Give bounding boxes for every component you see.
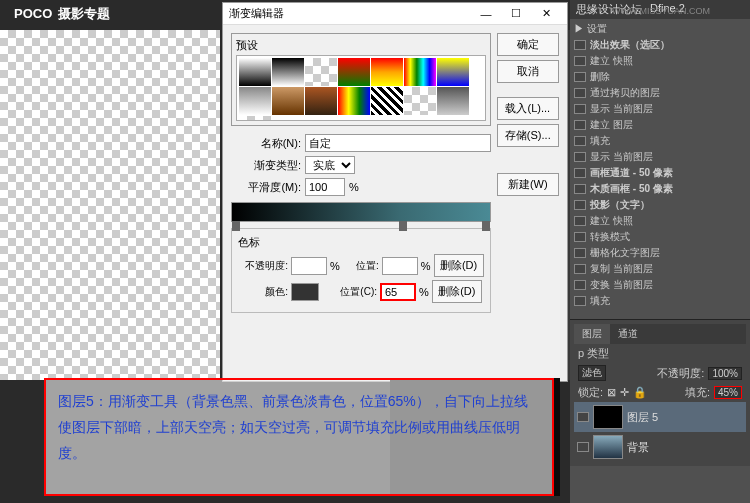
gradient-swatch[interactable] (239, 58, 271, 86)
history-item[interactable]: 填充 (572, 293, 748, 309)
history-item[interactable]: 变换 当前图层 (572, 277, 748, 293)
color-swatch[interactable] (291, 283, 319, 301)
watermark: WWW.MISSYUAN.COM (612, 6, 710, 16)
visibility-icon[interactable] (574, 280, 586, 290)
channels-tab[interactable]: 通道 (610, 324, 646, 344)
fill-value[interactable]: 45% (714, 386, 742, 399)
visibility-icon[interactable] (574, 248, 586, 258)
layer-thumb[interactable] (593, 435, 623, 459)
lock-icon[interactable]: 🔒 (633, 386, 647, 399)
history-item[interactable]: 通过拷贝的图层 (572, 85, 748, 101)
blend-mode-select[interactable]: 滤色 (578, 365, 606, 381)
color-stop[interactable] (482, 221, 490, 231)
gradient-swatch[interactable] (272, 58, 304, 86)
history-item[interactable]: 显示 当前图层 (572, 149, 748, 165)
gradient-swatch[interactable] (272, 87, 304, 115)
gradient-swatch[interactable] (239, 87, 271, 115)
preset-swatches[interactable] (236, 55, 486, 121)
smoothness-label: 平滑度(M): (231, 180, 301, 195)
gradient-swatch[interactable] (371, 58, 403, 86)
layers-tab[interactable]: 图层 (574, 324, 610, 344)
visibility-icon[interactable] (577, 442, 589, 452)
gradient-swatch[interactable] (338, 58, 370, 86)
visibility-icon[interactable] (574, 152, 586, 162)
visibility-icon[interactable] (574, 264, 586, 274)
visibility-icon[interactable] (574, 296, 586, 306)
logo: POCO摄影专题 (8, 2, 110, 23)
history-item[interactable]: 画框通道 - 50 像素 (572, 165, 748, 181)
lock-icon[interactable]: ⊠ (607, 386, 616, 399)
gradient-swatch[interactable] (239, 116, 271, 121)
history-item[interactable]: 删除 (572, 69, 748, 85)
new-button[interactable]: 新建(W) (497, 173, 559, 196)
layer-thumb[interactable] (593, 405, 623, 429)
gradient-swatch[interactable] (404, 58, 436, 86)
preset-label: 预设 (236, 38, 486, 53)
position-c-label: 位置(C): (333, 285, 377, 299)
history-item[interactable]: 复制 当前图层 (572, 261, 748, 277)
layer-row-active[interactable]: 图层 5 (574, 402, 746, 432)
type-select[interactable]: 实底 (305, 156, 355, 174)
visibility-icon[interactable] (574, 104, 586, 114)
layers-panel: 图层 通道 p 类型 滤色 不透明度: 100% 锁定: ⊠ ✛ 🔒 填充: 4… (570, 319, 750, 466)
visibility-icon[interactable] (574, 136, 586, 146)
type-label: 渐变类型: (231, 158, 301, 173)
name-input[interactable] (305, 134, 491, 152)
gradient-swatch[interactable] (371, 87, 403, 115)
history-item[interactable]: 投影（文字） (572, 197, 748, 213)
visibility-icon[interactable] (574, 168, 586, 178)
gradient-swatch[interactable] (305, 58, 337, 86)
lock-icon[interactable]: ✛ (620, 386, 629, 399)
maximize-button[interactable]: ☐ (501, 4, 531, 24)
visibility-icon[interactable] (574, 184, 586, 194)
delete-button[interactable]: 删除(D) (432, 280, 482, 303)
position-c-input[interactable] (380, 283, 416, 301)
canvas-area[interactable] (0, 30, 220, 380)
layer-row[interactable]: 背景 (574, 432, 746, 462)
gradient-editor-dialog: 渐变编辑器 — ☐ ✕ 预设 (222, 2, 568, 382)
settings-row[interactable]: ▶ 设置 (574, 22, 607, 36)
ok-button[interactable]: 确定 (497, 33, 559, 56)
load-button[interactable]: 载入(L)... (497, 97, 559, 120)
color-stop[interactable] (232, 221, 240, 231)
visibility-icon[interactable] (577, 412, 589, 422)
gradient-swatch[interactable] (404, 87, 436, 115)
gradient-swatch[interactable] (437, 87, 469, 115)
history-item[interactable]: 栅格化文字图层 (572, 245, 748, 261)
gradient-swatch[interactable] (338, 87, 370, 115)
delete-button[interactable]: 删除(D) (434, 254, 484, 277)
visibility-icon[interactable] (574, 88, 586, 98)
visibility-icon[interactable] (574, 40, 586, 50)
gradient-swatch[interactable] (437, 58, 469, 86)
minimize-button[interactable]: — (471, 4, 501, 24)
history-item[interactable]: 建立 快照 (572, 53, 748, 69)
visibility-icon[interactable] (574, 72, 586, 82)
history-item[interactable]: 建立 快照 (572, 213, 748, 229)
close-button[interactable]: ✕ (531, 4, 561, 24)
dialog-titlebar[interactable]: 渐变编辑器 — ☐ ✕ (223, 3, 567, 25)
opacity-value[interactable]: 100% (708, 367, 742, 380)
position-input[interactable] (382, 257, 418, 275)
dialog-title: 渐变编辑器 (229, 6, 471, 21)
visibility-icon[interactable] (574, 120, 586, 130)
opacity-input[interactable] (291, 257, 327, 275)
visibility-icon[interactable] (574, 232, 586, 242)
color-stop[interactable] (399, 221, 407, 231)
color-label: 颜色: (238, 285, 288, 299)
history-item[interactable]: 填充 (572, 133, 748, 149)
save-button[interactable]: 存储(S)... (497, 124, 559, 147)
visibility-icon[interactable] (574, 56, 586, 66)
history-item[interactable]: 转换模式 (572, 229, 748, 245)
annotation-box: 图层5：用渐变工具（背景色黑、前景色淡青色，位置65%），自下向上拉线使图层下部… (44, 378, 554, 496)
visibility-icon[interactable] (574, 200, 586, 210)
gradient-swatch[interactable] (305, 87, 337, 115)
history-item[interactable]: 显示 当前图层 (572, 101, 748, 117)
history-item[interactable]: 建立 图层 (572, 117, 748, 133)
smoothness-input[interactable] (305, 178, 345, 196)
gradient-bar[interactable] (231, 202, 491, 222)
history-item[interactable]: 木质画框 - 50 像素 (572, 181, 748, 197)
visibility-icon[interactable] (574, 216, 586, 226)
history-item[interactable]: 淡出效果（选区） (572, 37, 748, 53)
history-list[interactable]: ▶ 设置 淡出效果（选区）建立 快照删除通过拷贝的图层显示 当前图层建立 图层填… (570, 19, 750, 319)
cancel-button[interactable]: 取消 (497, 60, 559, 83)
